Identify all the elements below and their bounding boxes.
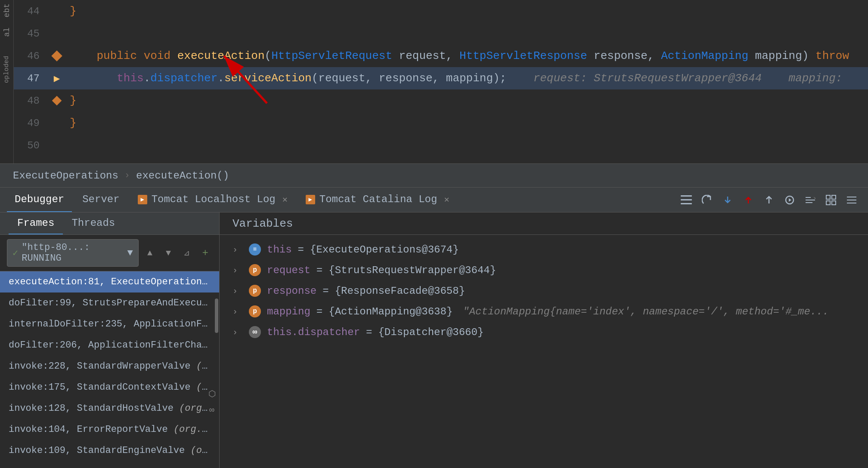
frames-filter[interactable]: ⊿ bbox=[180, 245, 194, 261]
gutter-46 bbox=[48, 52, 65, 60]
bottom-section: Debugger Server ▶ Tomcat Localhost Log ✕… bbox=[0, 188, 868, 468]
var-icon-request: p bbox=[249, 264, 261, 276]
toolbar-btn-evaluate[interactable]: ↘ bbox=[801, 191, 820, 209]
gutter-48 bbox=[48, 97, 65, 104]
var-name-request: request bbox=[267, 265, 310, 276]
editor-section: ebt al oploded 44 } 45 4 bbox=[0, 0, 868, 188]
frame-item-6[interactable]: invoke:128, StandardHostValve (org.apa..… bbox=[0, 398, 219, 419]
var-name-dispatcher: this.dispatcher bbox=[267, 326, 360, 338]
panel-row: Frames Threads ✓ "http-80...: RUNNING ▼ … bbox=[0, 212, 868, 468]
code-content-48: } bbox=[65, 89, 868, 112]
variables-header-label: Variables bbox=[232, 217, 293, 230]
toolbar-btn-resume[interactable] bbox=[780, 191, 799, 209]
var-value-response: {ResponseFacade@3658} bbox=[335, 285, 465, 297]
toolbar-btn-step-out[interactable] bbox=[739, 191, 758, 209]
frame-item-3[interactable]: doFilter:206, ApplicationFilterChain (or… bbox=[0, 335, 219, 356]
line-num-50: 50 bbox=[14, 140, 48, 151]
sub-tab-frames[interactable]: Frames bbox=[9, 212, 63, 234]
code-content-46: public void executeAction(HttpServletReq… bbox=[65, 45, 868, 67]
svg-rect-16 bbox=[832, 201, 836, 205]
tab-debugger-label: Debugger bbox=[15, 194, 64, 205]
tab-tomcat-localhost-close[interactable]: ✕ bbox=[282, 194, 288, 205]
var-item-this[interactable]: › = this = {ExecuteOperations@3674} bbox=[220, 239, 868, 260]
frame-item-7[interactable]: invoke:104, ErrorReportValve (org.apach.… bbox=[0, 419, 219, 440]
side-icon-1[interactable]: ⬡ bbox=[205, 387, 218, 400]
frames-add[interactable]: + bbox=[198, 245, 212, 261]
sidebar-label-oploded: oploded bbox=[3, 56, 10, 83]
code-line-47: 47 ▶ this.dispatcher.serviceAction(reque… bbox=[14, 67, 868, 89]
var-eq-response: = bbox=[322, 285, 329, 297]
tab-tomcat-catalina-close[interactable]: ✕ bbox=[444, 194, 449, 205]
var-icon-mapping: p bbox=[249, 305, 261, 317]
frames-scroll-up[interactable]: ▲ bbox=[143, 245, 157, 261]
var-value-request: {StrutsRequestWrapper@3644} bbox=[329, 265, 496, 276]
breadcrumb-bar: ExecuteOperations › executeAction() bbox=[0, 163, 868, 188]
variables-list: › = this = {ExecuteOperations@3674} › p … bbox=[220, 235, 868, 468]
sub-tab-threads-label: Threads bbox=[71, 217, 115, 229]
tab-tomcat-localhost[interactable]: ▶ Tomcat Localhost Log ✕ bbox=[130, 188, 295, 212]
tab-tomcat-catalina[interactable]: ▶ Tomcat Catalina Log ✕ bbox=[298, 188, 457, 212]
tomcat-catalina-icon: ▶ bbox=[306, 195, 315, 204]
frame-item-2[interactable]: internalDoFilter:235, ApplicationFilterC… bbox=[0, 314, 219, 335]
toolbar-btn-menu[interactable] bbox=[677, 191, 696, 209]
var-value-mapping: {ActionMapping@3638} bbox=[329, 306, 453, 317]
sub-tab-bar: Frames Threads bbox=[0, 212, 219, 235]
var-expand-dispatcher: › bbox=[232, 327, 243, 337]
frame-item-8[interactable]: invoke:109, StandardEngineValve (org.a..… bbox=[0, 440, 219, 461]
line-num-48: 48 bbox=[14, 95, 48, 107]
code-line-45: 45 bbox=[14, 22, 868, 45]
code-line-49: 49 } bbox=[14, 112, 868, 134]
toolbar-btn-up[interactable] bbox=[698, 191, 716, 209]
code-line-48: 48 } bbox=[14, 89, 868, 112]
var-icon-response: p bbox=[249, 285, 261, 297]
svg-rect-13 bbox=[826, 195, 830, 199]
var-expand-mapping: › bbox=[232, 307, 243, 317]
thread-selector[interactable]: ✓ "http-80...: RUNNING ▼ bbox=[7, 239, 139, 267]
var-icon-dispatcher: ∞ bbox=[249, 326, 261, 338]
breadcrumb-method: executeAction() bbox=[136, 170, 229, 182]
line-num-47: 47 bbox=[14, 73, 48, 84]
svg-rect-14 bbox=[832, 195, 836, 199]
svg-text:↘: ↘ bbox=[813, 196, 816, 200]
side-icon-2[interactable]: ∞ bbox=[205, 403, 218, 416]
var-name-response: response bbox=[267, 285, 316, 297]
sidebar-label-ebt: ebt bbox=[3, 3, 11, 17]
var-eq-mapping: = bbox=[316, 306, 322, 317]
toolbar-btn-run-cursor[interactable] bbox=[760, 191, 778, 209]
var-name-mapping: mapping bbox=[267, 306, 310, 317]
tab-server[interactable]: Server bbox=[74, 188, 127, 212]
var-expand-response: › bbox=[232, 286, 243, 296]
frames-scroll-down[interactable]: ▼ bbox=[161, 245, 175, 261]
var-item-mapping[interactable]: › p mapping = {ActionMapping@3638} "Acti… bbox=[220, 301, 868, 322]
tab-debugger[interactable]: Debugger bbox=[7, 188, 72, 212]
breakpoint-icon-2 bbox=[52, 96, 62, 106]
breakpoint-icon bbox=[51, 50, 62, 61]
code-content-44: } bbox=[65, 0, 868, 22]
frames-pane: Frames Threads ✓ "http-80...: RUNNING ▼ … bbox=[0, 212, 220, 468]
frames-list: executeAction:81, ExecuteOperations (o d… bbox=[0, 271, 219, 468]
gutter-47: ▶ bbox=[48, 72, 65, 85]
sub-tab-threads[interactable]: Threads bbox=[63, 212, 124, 234]
tab-tomcat-catalina-label: Tomcat Catalina Log bbox=[319, 194, 437, 205]
breadcrumb-separator: › bbox=[124, 170, 130, 181]
thread-selector-label: "http-80...: RUNNING bbox=[22, 242, 124, 264]
toolbar-btn-step-into[interactable] bbox=[718, 191, 737, 209]
toolbar-btn-grid[interactable] bbox=[822, 191, 840, 209]
svg-rect-2 bbox=[681, 195, 692, 197]
breadcrumb-class: ExecuteOperations bbox=[13, 170, 118, 182]
var-eq-this: = bbox=[298, 244, 304, 256]
tab-tomcat-localhost-label: Tomcat Localhost Log bbox=[152, 194, 276, 205]
tab-bar: Debugger Server ▶ Tomcat Localhost Log ✕… bbox=[0, 188, 868, 212]
toolbar-btn-lines[interactable] bbox=[842, 191, 861, 209]
frames-scrollbar bbox=[215, 299, 218, 333]
var-item-request[interactable]: › p request = {StrutsRequestWrapper@3644… bbox=[220, 260, 868, 280]
thread-dropdown-icon: ▼ bbox=[127, 248, 133, 259]
frame-item-4[interactable]: invoke:228, StandardWrapperValve (org... bbox=[0, 356, 219, 377]
var-item-dispatcher[interactable]: › ∞ this.dispatcher = {Dispatcher@3660} bbox=[220, 322, 868, 342]
code-content-49: } bbox=[65, 112, 868, 134]
svg-rect-15 bbox=[826, 201, 830, 205]
frame-item-1[interactable]: doFilter:99, StrutsPrepareAndExecuteFilt… bbox=[0, 292, 219, 314]
frame-item-0[interactable]: executeAction:81, ExecuteOperations (o bbox=[0, 271, 219, 292]
var-item-response[interactable]: › p response = {ResponseFacade@3658} bbox=[220, 280, 868, 301]
frame-item-5[interactable]: invoke:175, StandardContextValve (org.a.… bbox=[0, 377, 219, 398]
